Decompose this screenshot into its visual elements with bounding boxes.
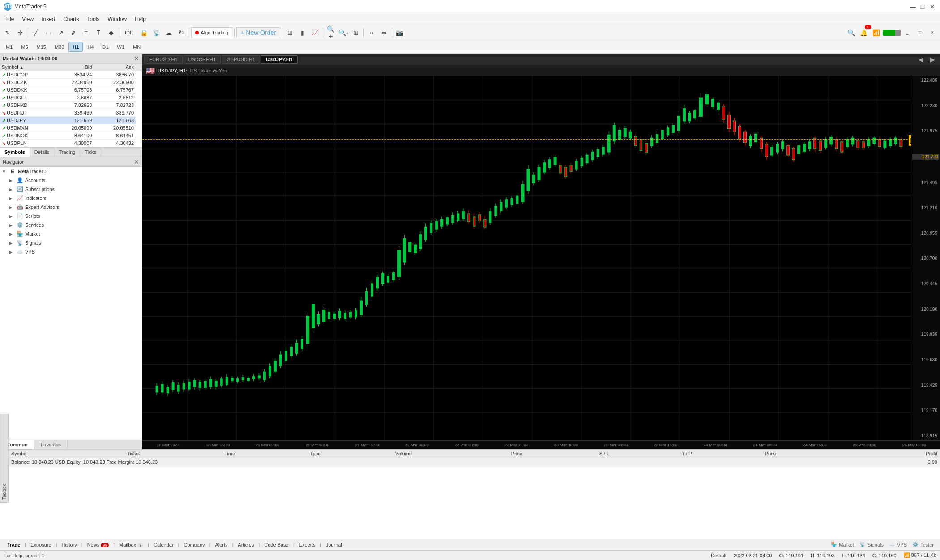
chart-tab-usdchf[interactable]: USDCHF,H1 (184, 55, 221, 64)
screenshot-button[interactable]: 📷 (394, 27, 406, 38)
signal-button[interactable]: 📶 (870, 27, 882, 38)
tf-w1[interactable]: W1 (113, 42, 129, 52)
nav-item-market[interactable]: ▶ 🏪 Market (0, 229, 142, 238)
tf-h4[interactable]: H4 (83, 42, 98, 52)
th-price[interactable]: Price (508, 450, 597, 458)
shapes-tool[interactable]: ◆ (105, 27, 117, 38)
menu-charts[interactable]: Charts (60, 15, 82, 23)
text-tool[interactable]: T (93, 27, 104, 38)
cloud-button[interactable]: ☁ (163, 27, 175, 38)
mw-tab-details[interactable]: Details (30, 148, 55, 157)
nav-root-mt5[interactable]: ▼ 🖥 MetaTrader 5 (0, 167, 142, 176)
th-price2[interactable]: Price (762, 450, 850, 458)
zoom-in-button[interactable]: 🔍+ (325, 27, 337, 38)
algo-trading-button[interactable]: Algo Trading (191, 27, 232, 38)
th-time[interactable]: Time (222, 450, 307, 458)
col-bid[interactable]: Bid (52, 64, 94, 71)
tab-exposure[interactable]: Exposure (27, 541, 55, 548)
line-tool[interactable]: ╱ (30, 27, 42, 38)
maximize-button[interactable]: □ (919, 3, 927, 11)
mw-tab-trading[interactable]: Trading (54, 148, 80, 157)
mw-tab-ticks[interactable]: Ticks (80, 148, 101, 157)
mw-row-usddkk[interactable]: ↗ USDDKK 6.75706 6.75767 (0, 86, 142, 94)
th-symbol[interactable]: Symbol (9, 450, 124, 458)
bar-chart-button[interactable]: ⊞ (284, 27, 296, 38)
mw-row-usdmxn[interactable]: ↗ USDMXN 20.05099 20.05510 (0, 124, 142, 132)
chart-tabs-next[interactable]: ▶ (927, 54, 938, 65)
chart-canvas[interactable]: 121.720 122.485 122.230 121.975 121.720 … (142, 76, 940, 440)
minimize-button[interactable]: — (909, 3, 917, 11)
menu-window[interactable]: Window (104, 15, 131, 23)
zoom-out-button[interactable]: 🔍- (338, 27, 349, 38)
nav-item-accounts[interactable]: ▶ 👤 Accounts (0, 176, 142, 185)
tab-journal[interactable]: Journal (322, 541, 346, 548)
tf-h1[interactable]: H1 (68, 42, 83, 52)
cursor-tool[interactable]: ↖ (2, 27, 13, 38)
tab-trade[interactable]: Trade (4, 541, 24, 548)
th-ticket[interactable]: Ticket (124, 450, 222, 458)
nav-tab-favorites[interactable]: Favorites (34, 440, 68, 449)
chart-tab-usdjpy[interactable]: USDJPY,H1 (261, 55, 298, 64)
tab-mailbox[interactable]: Mailbox 7 (115, 541, 147, 548)
chart-tab-gbpusd[interactable]: GBPUSD,H1 (222, 55, 260, 64)
mw-row-usdjpy[interactable]: ↗ USDJPY 121.659 121.663 (0, 117, 142, 124)
th-sl[interactable]: S / L (597, 450, 679, 458)
hline-tool[interactable]: ─ (43, 27, 54, 38)
tf-m30[interactable]: M30 (51, 42, 68, 52)
fixedscale-button[interactable]: ⇔ (378, 27, 390, 38)
menu-view[interactable]: View (18, 15, 37, 23)
notification-badge[interactable]: 🔔 1 (858, 27, 869, 38)
tab-experts[interactable]: Experts (295, 541, 319, 548)
right-bar-signals[interactable]: 📡 Signals (857, 542, 886, 547)
tf-mn[interactable]: MN (129, 42, 145, 52)
tf-d1[interactable]: D1 (98, 42, 113, 52)
menu-insert[interactable]: Insert (38, 15, 59, 23)
sync-button[interactable]: ↻ (175, 27, 187, 38)
tab-company[interactable]: Company (180, 541, 208, 548)
tab-history[interactable]: History (58, 541, 81, 548)
tab-codebase[interactable]: Code Base (261, 541, 292, 548)
mw-row-usdgel[interactable]: ↗ USDGEL 2.6687 2.6812 (0, 94, 142, 102)
tab-alerts[interactable]: Alerts (211, 541, 231, 548)
candle-button[interactable]: ▮ (297, 27, 308, 38)
new-order-button[interactable]: + New Order (236, 27, 280, 38)
trendline-tool[interactable]: ↗ (55, 27, 67, 38)
tab-news[interactable]: News 99 (84, 541, 113, 548)
right-bar-tester[interactable]: ⚙️ Tester (910, 542, 936, 547)
mw-row-usdhkd[interactable]: ↗ USDHKD 7.82663 7.82723 (0, 102, 142, 109)
col-ask[interactable]: Ask (94, 64, 136, 71)
mw-row-usdczk[interactable]: ↘ USDCZK 22.34960 22.36900 (0, 79, 142, 86)
th-tp[interactable]: T / P (679, 450, 762, 458)
menu-tools[interactable]: Tools (84, 15, 103, 23)
mw-row-usdpln[interactable]: ↘ USDPLN 4.30007 4.30432 (0, 140, 142, 147)
close-button[interactable]: ✕ (928, 3, 936, 11)
tf-m5[interactable]: M5 (17, 42, 32, 52)
menu-file[interactable]: File (2, 15, 17, 23)
autoscroll-button[interactable]: ↔ (366, 27, 377, 38)
nav-item-vps[interactable]: ▶ ☁️ VPS (0, 247, 142, 256)
toolbox-tab[interactable]: Toolbox (0, 414, 9, 503)
nav-item-signals[interactable]: ▶ 📡 Signals (0, 238, 142, 247)
nav-item-indicators[interactable]: ▶ 📈 Indicators (0, 194, 142, 203)
nav-item-expert-advisors[interactable]: ▶ 🤖 Expert Advisors (0, 203, 142, 212)
mw-row-usdcop[interactable]: ↗ USDCOP 3834.24 3836.70 (0, 71, 142, 79)
crosshair-tool[interactable]: ✛ (14, 27, 26, 38)
col-symbol[interactable]: Symbol ▲ (0, 64, 52, 71)
chart-tab-eurusd[interactable]: EURUSD,H1 (144, 55, 183, 64)
tab-calendar[interactable]: Calendar (150, 541, 177, 548)
right-bar-vps[interactable]: ☁️ VPS (886, 542, 910, 547)
nav-item-services[interactable]: ▶ ⚙️ Services (0, 221, 142, 229)
radio-button[interactable]: 📡 (150, 27, 162, 38)
chart-tabs-prev[interactable]: ◀ (915, 54, 927, 65)
tf-m1[interactable]: M1 (2, 42, 17, 52)
nav-item-scripts[interactable]: ▶ 📄 Scripts (0, 212, 142, 221)
trade-table-wrap[interactable]: Symbol Ticket Time Type Volume Price S /… (9, 450, 940, 539)
inner-minimize[interactable]: _ (902, 27, 913, 38)
market-watch-scroll[interactable]: Symbol ▲ Bid Ask ↗ USDCOP 3834.24 3836.7… (0, 64, 142, 147)
mw-row-usdhuf[interactable]: ↘ USDHUF 339.469 339.770 (0, 109, 142, 117)
lock-button[interactable]: 🔒 (138, 27, 150, 38)
tab-articles[interactable]: Articles (234, 541, 257, 548)
nav-item-subscriptions[interactable]: ▶ 🔄 Subscriptions (0, 185, 142, 194)
ide-button[interactable]: IDE (121, 27, 137, 38)
mw-row-usdnok[interactable]: ↗ USDNOK 8.64100 8.64451 (0, 132, 142, 140)
